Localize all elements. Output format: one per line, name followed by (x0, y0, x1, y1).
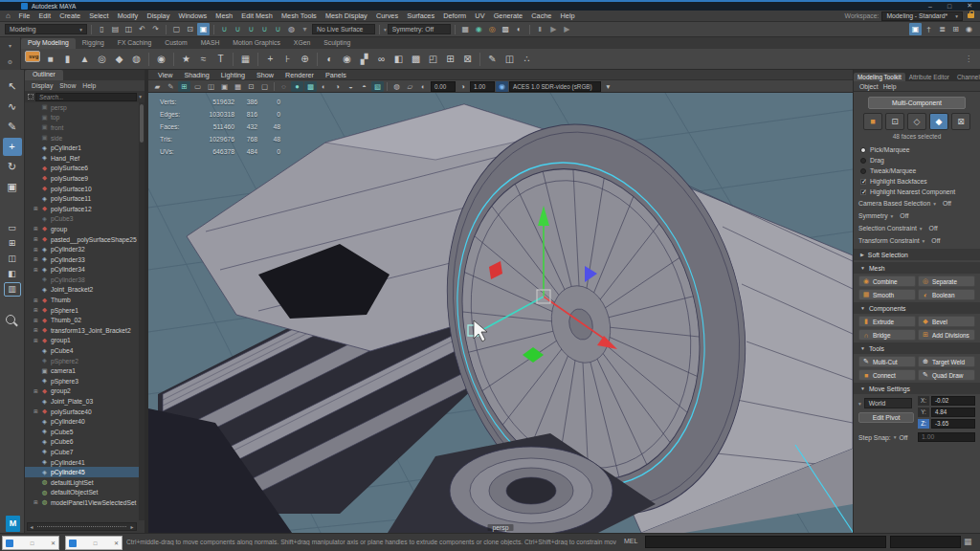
curve-warp-icon[interactable]: ≈ (195, 51, 212, 67)
viewport-3d-scene[interactable]: Verts: 519632 386 0 Edges: 1030318 816 0… (148, 93, 853, 533)
menubar-item[interactable]: Generate (489, 11, 527, 20)
expand-icon[interactable] (33, 236, 40, 242)
hypershade-toggle-icon[interactable]: ◉ (963, 23, 975, 35)
anti-alias-icon[interactable]: ▧ (371, 81, 384, 92)
outliner-item[interactable]: pSphere3 (25, 376, 139, 386)
outliner-item[interactable]: pCylinder41 (25, 457, 139, 468)
colorspace-field[interactable]: ACES 1.0 SDR-video (sRGB) (509, 81, 601, 92)
chevron-down-icon[interactable]: ▾ (384, 27, 387, 33)
ao-icon[interactable]: ◒ (345, 81, 357, 92)
chevron-down-icon[interactable]: ▾ (891, 213, 894, 219)
shelf-separator[interactable] (173, 53, 174, 66)
outliner-item[interactable]: polySurface12 (25, 204, 139, 214)
maximize-button[interactable]: □ (947, 3, 951, 10)
bevel-button[interactable]: ◆ Bevel (918, 316, 975, 327)
outliner-item[interactable]: Joint_Bracket2 (25, 285, 139, 296)
axis-field-row[interactable]: Z: -3.65 (918, 419, 975, 429)
expand-icon[interactable] (33, 267, 40, 273)
exposure-field[interactable]: 0.00 (431, 81, 456, 92)
render-settings-icon[interactable]: ▩ (500, 23, 512, 35)
scale-tool[interactable]: ▣ (3, 178, 22, 196)
play-forward-icon[interactable]: ▶ (561, 23, 573, 35)
poly-disc-icon[interactable]: ◍ (128, 51, 145, 67)
poly-plane-icon[interactable]: ◆ (111, 51, 127, 67)
extrude-button[interactable]: ▮ Extrude (858, 316, 916, 327)
smooth-shade-icon[interactable]: ● (291, 81, 303, 92)
viewport-menu-item[interactable]: Renderer (279, 71, 320, 79)
move-tool[interactable]: + (3, 138, 22, 156)
expand-icon[interactable] (33, 388, 40, 394)
outliner-search-input[interactable]: Search... (35, 93, 137, 101)
muscle-icon[interactable]: ∞ (373, 51, 390, 67)
chevron-down-icon[interactable]: ▾ (894, 434, 897, 440)
attribute-editor-toggle-icon[interactable]: ▣ (909, 23, 922, 35)
scroll-left-arrow[interactable]: ◄ (28, 524, 35, 530)
menubar-item[interactable]: Mesh (212, 11, 237, 20)
close-icon[interactable]: ✕ (45, 540, 56, 546)
expand-icon[interactable] (33, 206, 40, 211)
render-view-icon[interactable]: ▦ (459, 23, 472, 35)
svg-tool-icon[interactable]: svg (25, 51, 40, 62)
soft-selection-header[interactable]: ▶ Soft Selection (854, 249, 980, 260)
zoom-select-tool[interactable] (3, 312, 22, 325)
outliner-item[interactable]: pasted__polySurfaceShape25 (25, 234, 139, 245)
render-frame-icon[interactable]: ◉ (473, 23, 485, 35)
shelf-tab[interactable]: Sculpting (317, 38, 357, 49)
joint-tool-icon[interactable]: + (262, 51, 278, 67)
snap-curve-icon[interactable]: ∪ (232, 23, 244, 35)
outliner-menu-item[interactable]: Show (56, 82, 78, 89)
outliner-item[interactable]: pCylinder45 (25, 467, 139, 477)
multi-mode-button[interactable]: ⊠ (951, 113, 970, 130)
menubar-item[interactable]: Select (85, 11, 113, 20)
shelf-separator[interactable] (479, 53, 480, 66)
gamma-field[interactable]: 1.00 (470, 81, 495, 92)
menubar-item[interactable]: UV (471, 11, 489, 20)
edge-mode-button[interactable]: ◇ (907, 113, 926, 130)
dropdown-row[interactable]: Transform Constraint ▾ Off (858, 234, 975, 247)
platonic-solid-icon[interactable]: ◉ (153, 51, 169, 67)
ik-handle-icon[interactable]: ⊦ (279, 51, 296, 67)
snap-point-icon[interactable]: ∪ (245, 23, 257, 35)
outliner-panel-title[interactable]: Outliner (25, 70, 63, 80)
menubar-item[interactable]: Edit (34, 11, 56, 20)
axis-orientation-select[interactable]: ▾ World (858, 398, 915, 408)
cut-uv-icon[interactable]: ⊠ (459, 51, 476, 67)
minimize-button[interactable]: – (928, 3, 932, 10)
shelf-separator[interactable] (148, 53, 149, 66)
chevron-down-icon[interactable]: ▾ (139, 94, 142, 99)
safe-title-icon[interactable]: ▢ (258, 81, 271, 92)
outliner-item[interactable]: pCube7 (25, 447, 139, 457)
menubar-item[interactable]: Modify (113, 11, 143, 20)
workspace-selector[interactable]: Modeling - Standard* ▾ (881, 11, 963, 21)
shelf-tab[interactable]: XGen (287, 38, 317, 49)
select-hierarchy-icon[interactable]: ▢ (170, 23, 183, 35)
expand-icon[interactable] (33, 318, 40, 323)
outliner-item[interactable]: pCube6 (25, 437, 139, 448)
axis-field-row[interactable]: Y: 4.84 (918, 408, 975, 417)
character-controls-icon[interactable]: † (923, 23, 935, 35)
shelf-overflow-dots[interactable]: ⋮ (965, 55, 976, 63)
panel-tab[interactable]: Attribute Editor (905, 73, 953, 81)
paint-select-tool[interactable]: ✎ (3, 118, 22, 136)
pane-layout-split[interactable]: ◫ (3, 252, 22, 265)
connect-button[interactable]: ■ Connect (858, 369, 916, 381)
shelf-separator[interactable] (317, 53, 318, 66)
save-scene-icon[interactable]: ◫ (122, 23, 135, 35)
mel-label[interactable]: MEL (624, 538, 637, 544)
tools-section-header[interactable]: ▼ Tools (854, 342, 980, 354)
outliner-item[interactable]: pCube4 (25, 345, 139, 356)
light-editor-icon[interactable]: ◐ (513, 23, 525, 35)
layout-uv-icon[interactable]: ⊞ (442, 51, 458, 67)
shadows-icon[interactable]: ◑ (331, 81, 344, 92)
menubar-item[interactable]: Windows (174, 11, 212, 20)
multi-pen-icon[interactable]: ∴ (519, 51, 535, 67)
menubar-item[interactable]: Edit Mesh (237, 11, 278, 20)
snap-grid-icon[interactable]: ∪ (218, 23, 231, 35)
live-surface-field[interactable]: No Live Surface (312, 24, 375, 34)
outliner-item[interactable]: modelPanel1ViewSelectedSet (25, 497, 139, 508)
panel-tab[interactable]: Channel B (953, 73, 980, 81)
safe-action-icon[interactable]: ⊡ (245, 81, 257, 92)
outliner-item[interactable]: polySurface10 (25, 184, 139, 194)
command-result-field[interactable] (890, 536, 961, 548)
menubar-item[interactable]: Curves (371, 11, 402, 20)
